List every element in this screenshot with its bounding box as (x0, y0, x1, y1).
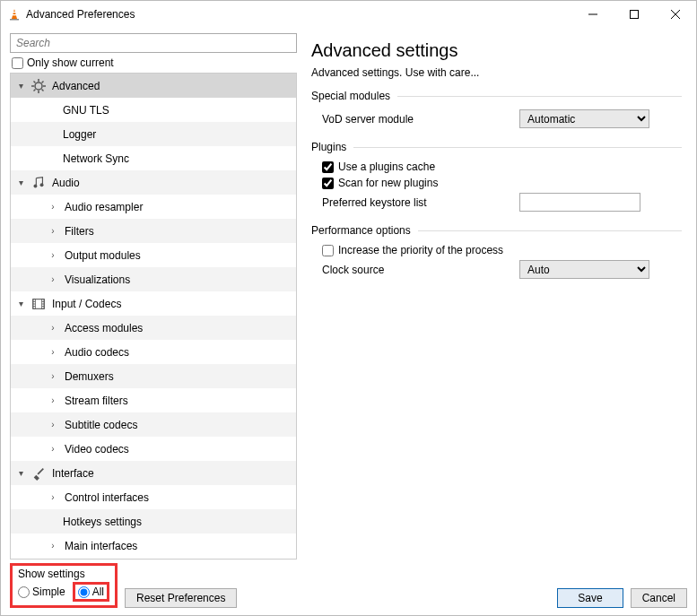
tree-item-label: Audio (52, 177, 80, 189)
use-plugins-cache-checkbox[interactable] (322, 161, 334, 173)
right-pane: Advanced settings Advanced settings. Use… (306, 33, 687, 560)
left-pane: Only show current ▾ Advanced GNU TLS Log… (10, 33, 297, 560)
page-subtitle: Advanced settings. Use with care... (311, 66, 682, 79)
tree-item-label: Output modules (65, 249, 141, 262)
tree-item-logger[interactable]: Logger (11, 122, 296, 146)
performance-group: Performance options Increase the priorit… (311, 224, 682, 279)
svg-rect-2 (13, 14, 17, 15)
radio-all[interactable]: All (78, 586, 104, 598)
tree-item-label: Video codecs (65, 443, 129, 455)
tree-item-control-interfaces[interactable]: ›Control interfaces (11, 485, 296, 509)
bottom-bar: Show settings Simple All Reset Preferenc… (1, 560, 696, 615)
tree-item-label: Main interfaces (65, 540, 137, 552)
tree-item-output-modules[interactable]: ›Output modules (11, 243, 296, 267)
chevron-right-icon: › (48, 324, 57, 333)
brush-icon (30, 465, 47, 482)
group-title: Performance options (311, 224, 418, 237)
chevron-right-icon: › (48, 542, 57, 551)
svg-point-18 (40, 183, 44, 187)
tree-item-interface[interactable]: ▾ Interface (11, 461, 296, 485)
tree-item-label: Visualizations (65, 273, 130, 286)
tree-item-visualizations[interactable]: ›Visualizations (11, 267, 296, 291)
chevron-right-icon: › (48, 348, 57, 357)
group-title: Plugins (311, 141, 353, 153)
tree-item-filters[interactable]: ›Filters (11, 219, 296, 243)
chevron-right-icon: › (48, 445, 57, 454)
only-show-current-checkbox[interactable] (12, 57, 23, 69)
tree-item-input-codecs[interactable]: ▾ Input / Codecs (11, 291, 296, 316)
tree-item-audio-codecs[interactable]: ›Audio codecs (11, 340, 296, 364)
search-input[interactable] (10, 33, 297, 53)
page-title: Advanced settings (311, 40, 682, 61)
tree-item-label: Control interfaces (65, 491, 149, 504)
maximize-button[interactable] (614, 1, 655, 28)
tree-item-subtitle-codecs[interactable]: ›Subtitle codecs (11, 412, 296, 437)
tree-item-label: Access modules (65, 322, 143, 334)
increase-priority-checkbox[interactable] (322, 245, 334, 256)
chevron-right-icon: › (48, 372, 57, 381)
svg-rect-5 (631, 11, 639, 19)
tree-item-video-codecs[interactable]: ›Video codecs (11, 437, 296, 461)
only-show-current-label: Only show current (27, 56, 114, 69)
clock-source-label: Clock source (322, 264, 519, 276)
tree-item-hotkeys[interactable]: Hotkeys settings (11, 509, 296, 534)
window-title: Advanced Preferences (26, 8, 135, 21)
radio-all-label: All (92, 586, 104, 598)
music-note-icon (30, 175, 47, 191)
svg-rect-3 (10, 19, 19, 21)
radio-simple-label: Simple (32, 586, 65, 598)
tree-item-label: Demuxers (65, 370, 114, 383)
use-plugins-cache-label: Use a plugins cache (338, 161, 435, 173)
tree-item-label: Logger (63, 128, 96, 141)
chevron-down-icon: ▾ (16, 299, 25, 308)
tree-item-audio-resampler[interactable]: ›Audio resampler (11, 195, 296, 219)
tree-item-demuxers[interactable]: ›Demuxers (11, 364, 296, 388)
tree-item-network-sync[interactable]: Network Sync (11, 146, 296, 170)
group-title: Special modules (311, 90, 397, 102)
tree-item-label: Audio codecs (65, 346, 129, 359)
scan-new-plugins-checkbox[interactable] (322, 178, 334, 189)
save-button[interactable]: Save (557, 588, 623, 608)
tree-item-label: Filters (65, 225, 94, 238)
keystore-list-label: Preferred keystore list (322, 196, 519, 209)
tree-item-label: Input / Codecs (52, 298, 121, 310)
settings-tree[interactable]: ▾ Advanced GNU TLS Logger Network Sync ▾… (10, 73, 297, 560)
close-button[interactable] (655, 1, 696, 28)
show-settings-title: Show settings (18, 568, 109, 580)
tree-item-label: Audio resampler (65, 201, 143, 213)
chevron-right-icon: › (48, 275, 57, 284)
keystore-list-input[interactable] (519, 193, 640, 212)
gear-icon (30, 78, 47, 94)
vlc-cone-icon (8, 8, 21, 21)
tree-item-stream-filters[interactable]: ›Stream filters (11, 388, 296, 412)
plugins-group: Plugins Use a plugins cache Scan for new… (311, 141, 682, 212)
radio-all-highlight: All (73, 582, 109, 602)
chevron-down-icon: ▾ (16, 82, 25, 91)
vod-server-module-select[interactable]: Automatic (519, 109, 649, 128)
tree-item-audio[interactable]: ▾ Audio (11, 170, 296, 195)
chevron-right-icon: › (48, 203, 57, 212)
tree-item-label: Interface (52, 467, 94, 480)
vod-server-module-label: VoD server module (322, 113, 519, 126)
tree-item-main-interfaces[interactable]: ›Main interfaces (11, 534, 296, 558)
chevron-right-icon: › (48, 421, 57, 429)
content-area: Only show current ▾ Advanced GNU TLS Log… (1, 28, 696, 560)
svg-marker-0 (12, 9, 17, 19)
tree-item-label: Network Sync (63, 152, 129, 165)
reset-preferences-button[interactable]: Reset Preferences (125, 588, 237, 608)
svg-line-14 (42, 89, 44, 91)
chevron-down-icon: ▾ (16, 178, 25, 187)
cancel-button[interactable]: Cancel (631, 588, 687, 608)
tree-item-gnutls[interactable]: GNU TLS (11, 98, 296, 122)
film-icon (30, 296, 47, 312)
tree-item-access-modules[interactable]: ›Access modules (11, 316, 296, 340)
svg-line-13 (34, 81, 36, 82)
tree-item-advanced[interactable]: ▾ Advanced (11, 74, 296, 98)
clock-source-select[interactable]: Auto (519, 260, 649, 279)
tree-item-label: GNU TLS (63, 104, 109, 117)
minimize-button[interactable] (572, 1, 614, 28)
scan-new-plugins-label: Scan for new plugins (338, 177, 438, 189)
svg-line-29 (38, 468, 43, 473)
show-settings-group: Show settings Simple All (10, 563, 118, 608)
radio-simple[interactable]: Simple (18, 586, 65, 598)
